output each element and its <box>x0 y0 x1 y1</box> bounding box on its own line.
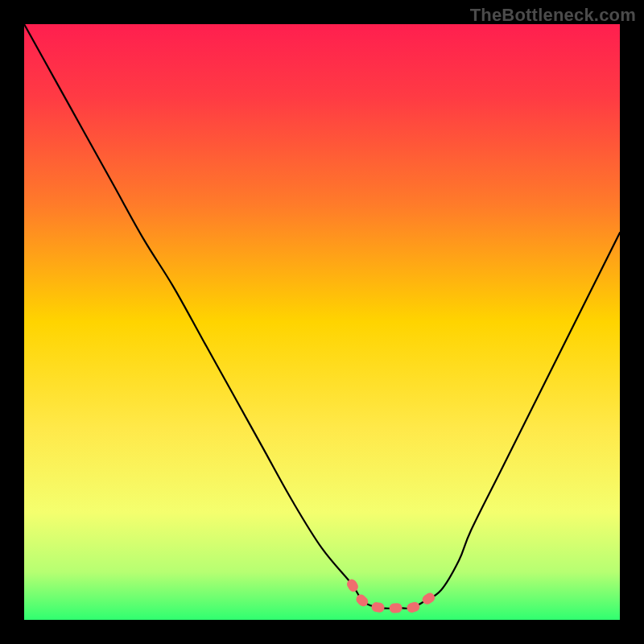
plot-area <box>24 24 620 620</box>
gradient-background <box>24 24 620 620</box>
chart-container: TheBottleneck.com <box>0 0 644 644</box>
watermark-text: TheBottleneck.com <box>470 5 636 26</box>
chart-svg <box>24 24 620 620</box>
